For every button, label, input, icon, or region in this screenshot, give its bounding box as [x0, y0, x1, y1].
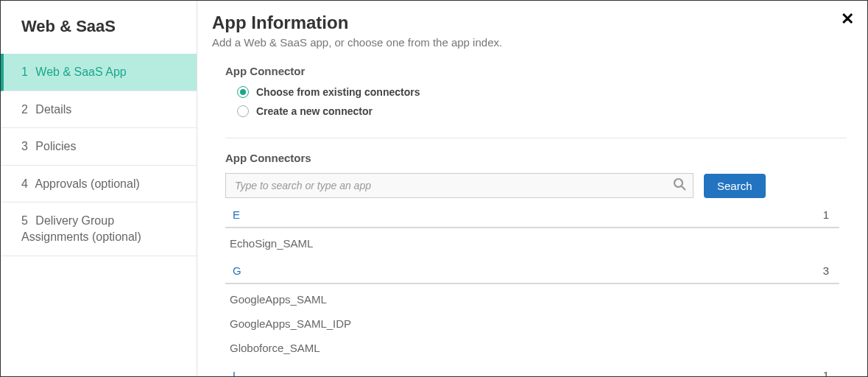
sidebar-item-policies[interactable]: 3 Policies	[1, 128, 197, 166]
group-count: 1	[823, 208, 829, 221]
search-row: Search	[225, 173, 847, 198]
step-label: Approvals (optional)	[35, 177, 139, 190]
radio-create-new[interactable]: Create a new connector	[237, 105, 847, 117]
radio-label: Create a new connector	[256, 105, 373, 117]
step-label: Details	[35, 103, 71, 116]
radio-icon	[237, 86, 249, 98]
svg-line-1	[682, 186, 685, 190]
group-count: 1	[823, 369, 829, 376]
step-label: Delivery Group Assignments (optional)	[21, 214, 141, 243]
step-number: 3	[21, 140, 28, 152]
list-item[interactable]: GoogleApps_SAML_IDP	[225, 314, 839, 339]
svg-point-0	[674, 179, 682, 187]
sidebar-item-websaas-app[interactable]: 1 Web & SaaS App	[1, 54, 197, 91]
search-icon	[672, 177, 687, 194]
main-panel: ✕ App Information Add a Web & SaaS app, …	[197, 1, 867, 376]
group-header-e[interactable]: E 1	[225, 205, 839, 228]
divider	[225, 138, 847, 138]
step-label: Web & SaaS App	[35, 66, 126, 78]
group-count: 3	[823, 264, 829, 277]
list-item[interactable]: EchoSign_SAML	[225, 228, 839, 258]
sidebar: Web & SaaS 1 Web & SaaS App 2 Details 3 …	[1, 1, 197, 376]
step-label: Policies	[35, 140, 76, 152]
step-number: 5	[21, 214, 28, 227]
radio-label: Choose from existing connectors	[256, 86, 420, 98]
search-wrap	[225, 173, 694, 198]
group-letter: L	[233, 369, 239, 376]
radio-icon	[237, 105, 249, 117]
group-header-g[interactable]: G 3	[225, 258, 839, 284]
page-subtitle: Add a Web & SaaS app, or choose one from…	[212, 36, 847, 49]
radio-group: Choose from existing connectors Create a…	[237, 86, 847, 124]
page-title: App Information	[212, 13, 847, 33]
group-letter: G	[233, 264, 241, 277]
connector-list[interactable]: E 1 EchoSign_SAML G 3 GoogleApps_SAML Go…	[225, 205, 847, 376]
app-connectors-heading: App Connectors	[225, 152, 847, 164]
step-number: 2	[21, 103, 28, 116]
sidebar-item-details[interactable]: 2 Details	[1, 91, 197, 129]
radio-choose-existing[interactable]: Choose from existing connectors	[237, 86, 847, 98]
sidebar-item-approvals[interactable]: 4 Approvals (optional)	[1, 166, 197, 203]
group-letter: E	[233, 208, 240, 221]
sidebar-item-delivery-groups[interactable]: 5 Delivery Group Assignments (optional)	[1, 202, 197, 256]
list-item[interactable]: GoogleApps_SAML	[225, 284, 839, 314]
step-number: 1	[21, 66, 28, 78]
list-item[interactable]: Globoforce_SAML	[225, 339, 839, 363]
sidebar-title: Web & SaaS	[1, 1, 197, 54]
close-icon[interactable]: ✕	[841, 11, 854, 27]
search-input[interactable]	[226, 174, 693, 197]
group-header-l[interactable]: L 1	[225, 363, 839, 376]
app-connector-heading: App Connector	[225, 65, 847, 77]
search-button[interactable]: Search	[704, 174, 766, 198]
step-number: 4	[21, 177, 28, 190]
